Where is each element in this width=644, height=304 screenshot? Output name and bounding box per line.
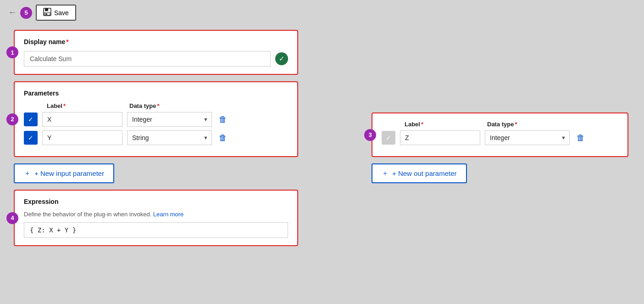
expression-label: Expression (24, 198, 288, 205)
required-star-1: * (66, 38, 68, 45)
out-type-col-header: Data type* (487, 121, 517, 128)
new-out-label: + New out parameter (392, 169, 457, 177)
out-params-header: Label* Data type* (382, 121, 618, 128)
out-label-col-header: Label* (405, 121, 487, 128)
main-layout: 1 Display name* ✓ 2 Parameters Label* (0, 25, 644, 251)
param-row-x: ✓ Integer String Boolean Float ▼ 🗑 (24, 112, 288, 127)
params-header: Label* Data type* (24, 102, 288, 109)
param-row-z: ✓ Integer String Boolean Float ▼ 🗑 (382, 130, 618, 145)
svg-rect-3 (45, 13, 47, 15)
param-row-y: ✓ Integer String Boolean Float ▼ 🗑 (24, 130, 288, 145)
step-5-badge: 5 (20, 7, 32, 19)
plus-icon-out: ＋ (382, 169, 389, 178)
valid-check-icon: ✓ (275, 52, 288, 65)
left-column: 1 Display name* ✓ 2 Parameters Label* (14, 30, 298, 246)
param-type-wrapper-z: Integer String Boolean Float ▼ (485, 130, 570, 145)
save-button[interactable]: Save (36, 5, 76, 21)
expression-description: Define the behavior of the plug-in when … (24, 211, 288, 218)
display-name-label: Display name* (24, 38, 288, 45)
out-parameters-section: 3 Label* Data type* ✓ Integer String Boo… (372, 113, 628, 157)
back-button[interactable]: ← (8, 8, 17, 17)
plus-icon: ＋ (24, 169, 31, 178)
new-input-parameter-button[interactable]: ＋ + New input parameter (14, 163, 114, 183)
param-label-y[interactable] (42, 130, 122, 145)
checkbox-z[interactable]: ✓ (382, 131, 395, 145)
parameters-label: Parameters (24, 90, 288, 97)
expression-section: 4 Expression Define the behavior of the … (14, 190, 298, 246)
learn-more-link[interactable]: Learn more (153, 211, 183, 218)
param-label-z[interactable] (400, 130, 480, 145)
save-label: Save (54, 9, 69, 17)
badge-2: 2 (6, 113, 18, 125)
label-col-header: Label* (47, 102, 129, 109)
toolbar: ← 5 Save (0, 0, 644, 25)
checkbox-x[interactable]: ✓ (24, 113, 38, 126)
param-type-x[interactable]: Integer String Boolean Float (127, 112, 212, 127)
delete-z-button[interactable]: 🗑 (574, 132, 587, 144)
param-type-y[interactable]: Integer String Boolean Float (127, 130, 212, 145)
display-name-field: ✓ (24, 51, 288, 67)
new-input-label: + New input parameter (34, 169, 104, 177)
back-icon: ← (8, 8, 17, 17)
type-col-header: Data type* (129, 102, 160, 109)
param-label-x[interactable] (42, 112, 122, 127)
delete-y-button[interactable]: 🗑 (217, 132, 229, 144)
checkbox-y[interactable]: ✓ (24, 131, 38, 145)
param-type-wrapper-y: Integer String Boolean Float ▼ (127, 130, 212, 145)
expression-code: { Z: X + Y } (24, 222, 288, 238)
param-type-z[interactable]: Integer String Boolean Float (485, 130, 570, 145)
badge-4: 4 (6, 212, 18, 224)
parameters-section: 2 Parameters Label* Data type* ✓ Integer (14, 81, 298, 157)
right-column: 3 Label* Data type* ✓ Integer String Boo… (372, 113, 628, 246)
display-name-input[interactable] (24, 51, 271, 67)
display-name-section: 1 Display name* ✓ (14, 30, 298, 75)
badge-3: 3 (364, 129, 376, 141)
save-icon (43, 8, 51, 17)
delete-x-button[interactable]: 🗑 (217, 114, 229, 125)
svg-rect-1 (45, 8, 48, 11)
param-type-wrapper-x: Integer String Boolean Float ▼ (127, 112, 212, 127)
new-out-parameter-button[interactable]: ＋ + New out parameter (372, 163, 467, 183)
badge-1: 1 (6, 46, 18, 58)
